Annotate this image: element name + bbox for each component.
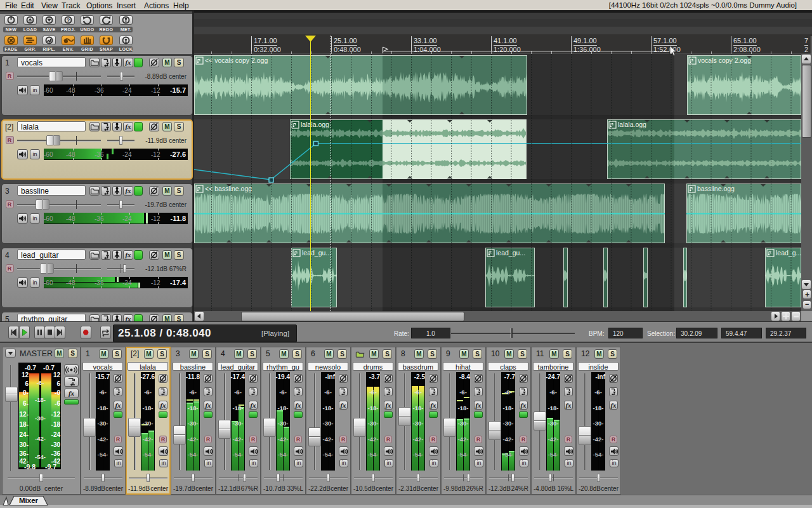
svg-text:?: ? bbox=[67, 17, 70, 23]
